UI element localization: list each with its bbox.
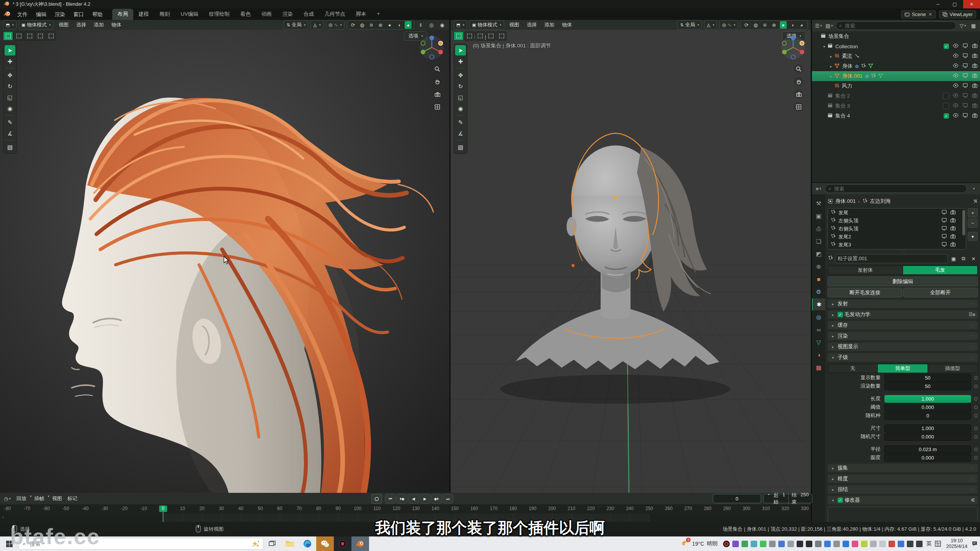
timeline-menu-回放[interactable]: 回放 xyxy=(14,494,29,503)
collection-checkbox[interactable] xyxy=(943,103,949,109)
zoom-icon[interactable] xyxy=(794,64,803,73)
tray-megaphone-icon[interactable] xyxy=(843,541,849,547)
disconnect-all-button[interactable]: 全部断开 xyxy=(903,288,978,297)
panel-修改器[interactable]: ▾✓修改器⚟ xyxy=(828,496,978,504)
outliner-search-input[interactable] xyxy=(844,23,953,29)
child-tab-插值型[interactable]: 插值型 xyxy=(928,364,977,373)
disable-viewport-icon[interactable] xyxy=(941,226,947,232)
field-value-随机种[interactable]: 0 xyxy=(884,412,971,420)
panel-caret[interactable]: ▸ xyxy=(830,345,836,349)
collection-checkbox[interactable] xyxy=(943,93,949,99)
child-tab-无[interactable]: 无 xyxy=(828,364,878,373)
tray-pink-tool-icon[interactable] xyxy=(852,541,858,547)
taskbar-app-recorder[interactable] xyxy=(334,536,351,551)
shading-wireframe-icon[interactable]: ⊕ xyxy=(377,21,384,29)
breadcrumb-data[interactable]: 左边刘海 xyxy=(870,198,891,205)
tray-mini-icon[interactable] xyxy=(870,541,877,547)
disable-render-icon[interactable] xyxy=(972,103,978,109)
tray-link-icon[interactable] xyxy=(787,541,794,547)
menu-帮助[interactable]: 帮助 xyxy=(88,9,107,20)
grid-ortho-icon[interactable] xyxy=(433,102,442,111)
disconnect-hair-button[interactable]: 断开毛发连接 xyxy=(828,288,902,297)
workspace-tab-合成[interactable]: 合成 xyxy=(298,9,319,20)
scrollbar-thumb[interactable] xyxy=(962,210,965,235)
panel-caret[interactable]: ▸ xyxy=(830,334,836,338)
timeline-menu-视图[interactable]: 视图 xyxy=(49,494,65,503)
breadcrumb-object[interactable]: 身体.001 xyxy=(835,198,856,205)
tool-move[interactable]: ✥ xyxy=(455,70,466,80)
properties-search[interactable]: ⌕ xyxy=(825,184,967,193)
panel-簇集[interactable]: ▸簇集:::: xyxy=(828,464,978,472)
disable-render-icon[interactable] xyxy=(972,63,978,69)
disable-render-icon[interactable] xyxy=(950,218,956,224)
workspace-tab-纹理绘制[interactable]: 纹理绘制 xyxy=(204,9,235,20)
particle-system-发尾3[interactable]: 发尾3 xyxy=(828,241,966,249)
zoom-icon[interactable] xyxy=(433,64,442,73)
field-value-显示数量[interactable]: 50 xyxy=(884,374,971,382)
proportional-editing-dropdown[interactable]: ◎∿▾ xyxy=(719,20,738,29)
editor-type-dropdown[interactable]: ⬒▾ xyxy=(454,20,467,29)
animate-dot[interactable] xyxy=(974,456,978,460)
workspace-tab-渲染[interactable]: 渲染 xyxy=(277,9,298,20)
show-overlays-icon[interactable]: ◍ xyxy=(752,21,759,29)
properties-tab-material[interactable]: ◑ xyxy=(812,349,825,361)
particle-system-发尾[interactable]: 发尾 xyxy=(828,209,966,217)
tool-cursor[interactable]: ✚ xyxy=(455,56,466,67)
shading-solid-icon[interactable]: ● xyxy=(780,21,787,29)
tray-translate-a-icon[interactable] xyxy=(824,541,831,547)
panel-checkbox[interactable]: ✓ xyxy=(838,497,843,503)
animate-dot[interactable] xyxy=(974,414,978,417)
workspace-tab-脚本[interactable]: 脚本 xyxy=(351,9,372,20)
field-value-渲染数量[interactable]: 50 xyxy=(884,382,971,390)
tray-display-network-icon[interactable] xyxy=(907,541,913,547)
tray-shield-blue-icon[interactable] xyxy=(778,541,785,547)
settings-name-field[interactable]: 粒子设置.001 xyxy=(835,254,948,263)
workspace-tab-布局[interactable]: 布局 xyxy=(112,9,133,20)
outliner-search[interactable]: ⌕ xyxy=(836,21,956,30)
playhead[interactable] xyxy=(163,510,163,522)
panel-caret[interactable]: ▸ xyxy=(830,313,836,317)
expand-caret[interactable]: ▾ xyxy=(821,44,827,49)
scene-selector[interactable]: Scene ✕ xyxy=(901,10,936,18)
shading-solid-icon[interactable]: ● xyxy=(386,21,393,29)
disable-render-icon[interactable] xyxy=(972,93,978,99)
play-button[interactable]: ▶ xyxy=(420,494,430,504)
workspace-tab-几何节点[interactable]: 几何节点 xyxy=(319,9,351,20)
disable-render-icon[interactable] xyxy=(972,113,978,119)
disable-viewport-icon[interactable] xyxy=(962,83,968,89)
select-mode-2[interactable] xyxy=(475,31,485,41)
viewport-menu-添加[interactable]: 添加 xyxy=(542,21,557,29)
jump-end-button[interactable]: ⏭ xyxy=(443,494,453,504)
particle-system-左侧头顶[interactable]: 左侧头顶 xyxy=(828,217,966,225)
animate-dot[interactable] xyxy=(974,397,978,401)
outliner-row-集合 2[interactable]: 集合 2 xyxy=(812,91,980,101)
snap-magnet-dropdown[interactable]: ◬▾ xyxy=(704,20,717,29)
weather-desc[interactable]: 晴朗 xyxy=(707,540,717,547)
panel-缓存[interactable]: ▸缓存:::: xyxy=(828,321,978,329)
workspace-tab-UV编辑[interactable]: UV编辑 xyxy=(175,9,204,20)
type-tab-发射体[interactable]: 发射体 xyxy=(828,266,903,274)
disable-render-icon[interactable] xyxy=(972,53,978,59)
mode-dropdown[interactable]: ▣物体模式▾ xyxy=(469,20,504,29)
properties-tab-scene[interactable]: ◩ xyxy=(812,248,825,260)
viewport-menu-物体[interactable]: 物体 xyxy=(109,21,124,29)
tray-epic-icon[interactable] xyxy=(806,541,812,547)
pan-hand-icon[interactable] xyxy=(433,77,442,86)
tool-transform[interactable]: ◉ xyxy=(455,103,466,114)
disable-render-icon[interactable] xyxy=(972,83,978,89)
mode-dropdown[interactable]: ▣物体模式▾ xyxy=(19,20,54,29)
new-collection-icon[interactable]: ▦ xyxy=(969,22,978,29)
tray-defender-alert-icon[interactable] xyxy=(889,541,895,547)
workspace-tab-雕刻[interactable]: 雕刻 xyxy=(154,9,175,20)
disable-render-icon[interactable] xyxy=(950,210,956,216)
disable-viewport-icon[interactable] xyxy=(962,103,968,109)
tool-add-cube[interactable]: ▧ xyxy=(5,142,15,152)
field-value-尺寸[interactable]: 1.000 xyxy=(884,424,971,432)
taskbar-app-blender[interactable] xyxy=(351,536,369,551)
grid-ortho-icon[interactable] xyxy=(794,102,803,111)
tray-globe-icon[interactable] xyxy=(861,541,867,547)
outliner-row-集合 4[interactable]: 集合 4✓ xyxy=(812,111,980,121)
disable-viewport-icon[interactable] xyxy=(962,93,968,99)
specials-dropdown[interactable]: ▾ xyxy=(968,232,978,241)
start-button[interactable] xyxy=(0,541,18,547)
